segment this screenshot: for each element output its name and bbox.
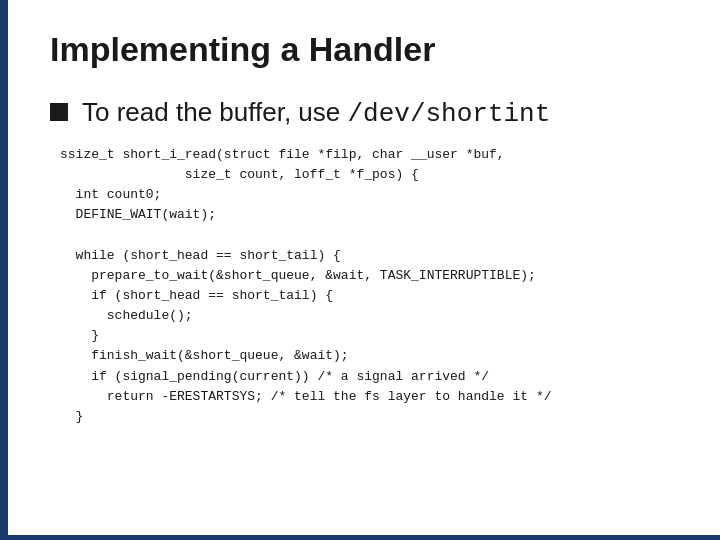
bullet-icon — [50, 103, 68, 121]
bullet-text: To read the buffer, use /dev/shortint — [82, 97, 550, 129]
slide: Implementing a Handler To read the buffe… — [0, 0, 720, 540]
bottom-border-decoration — [0, 535, 720, 540]
left-border-decoration — [0, 0, 8, 540]
bullet-item: To read the buffer, use /dev/shortint — [50, 97, 680, 129]
slide-title: Implementing a Handler — [50, 30, 680, 69]
code-block: ssize_t short_i_read(struct file *filp, … — [60, 145, 680, 427]
bullet-mono: /dev/shortint — [347, 99, 550, 129]
bullet-label: To read the buffer, use — [82, 97, 347, 127]
